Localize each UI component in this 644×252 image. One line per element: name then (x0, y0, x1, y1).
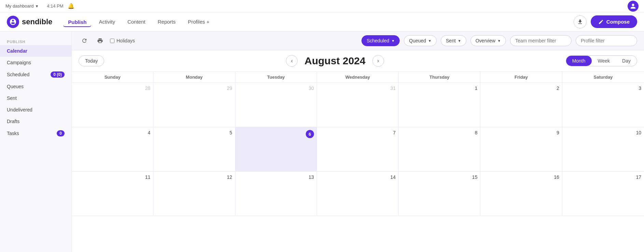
day-header-sunday: Sunday (72, 72, 153, 82)
overview-filter-label: Overview (476, 38, 495, 43)
tasks-badge: 0 (57, 130, 65, 136)
table-row[interactable]: 30 (235, 83, 317, 127)
table-row[interactable]: 9 (480, 127, 562, 172)
scheduled-filter-button[interactable]: Scheduled ▼ (361, 35, 400, 46)
sidebar-campaigns-label: Campaigns (7, 60, 31, 65)
team-member-filter-input[interactable] (510, 35, 572, 46)
holidays-checkbox-label[interactable]: Holidays (110, 38, 135, 43)
sidebar-item-drafts[interactable]: Drafts (0, 116, 71, 127)
sidebar-item-sent[interactable]: Sent (0, 92, 71, 104)
day-header-thursday: Thursday (399, 72, 480, 82)
nav-activity[interactable]: Activity (94, 16, 120, 27)
day-header-wednesday: Wednesday (317, 72, 399, 82)
sidebar-item-campaigns[interactable]: Campaigns (0, 57, 71, 68)
sidebar-item-queues[interactable]: Queues (0, 81, 71, 92)
table-row[interactable]: 6 (235, 127, 317, 172)
sent-chevron-icon: ▼ (458, 39, 461, 43)
sidebar-drafts-label: Drafts (7, 119, 19, 124)
scheduled-filter-label: Scheduled (367, 38, 389, 43)
time-display: 4:14 PM (47, 3, 63, 9)
sidebar: PUBLISH Calendar Campaigns Scheduled 0 (… (0, 31, 72, 252)
calendar-title: August 2024 (304, 55, 365, 67)
compose-button[interactable]: Compose (591, 15, 637, 28)
bell-icon[interactable]: 🔔 (68, 3, 74, 9)
sent-filter-button[interactable]: Sent ▼ (441, 35, 466, 46)
holidays-label: Holidays (117, 38, 135, 43)
queued-filter-label: Queued (409, 38, 426, 43)
day-header-tuesday: Tuesday (235, 72, 317, 82)
sidebar-scheduled-label: Scheduled (7, 72, 29, 77)
overview-chevron-icon: ▼ (497, 39, 501, 43)
sidebar-sent-label: Sent (7, 95, 17, 101)
table-row[interactable]: 7 (317, 127, 399, 172)
table-row[interactable]: 2 (480, 83, 562, 127)
user-avatar[interactable] (628, 1, 639, 12)
sidebar-queues-label: Queues (7, 84, 24, 89)
table-row[interactable]: 8 (399, 127, 480, 172)
sidebar-item-undelivered[interactable]: Undelivered (0, 104, 71, 116)
sidebar-item-calendar[interactable]: Calendar (0, 45, 71, 57)
table-row[interactable]: 16 (480, 172, 562, 216)
sidebar-item-tasks[interactable]: Tasks 0 (0, 127, 71, 140)
table-row[interactable]: 14 (317, 172, 399, 216)
table-row[interactable]: 12 (153, 172, 235, 216)
dashboard-label[interactable]: My dashboard (5, 3, 33, 9)
overview-filter-button[interactable]: Overview ▼ (470, 35, 506, 46)
day-headers: Sunday Monday Tuesday Wednesday Thursday… (72, 72, 644, 83)
table-row[interactable]: 28 (72, 83, 153, 127)
dropdown-arrow-icon: ▼ (35, 4, 39, 8)
view-selector: Month Week Day (566, 55, 637, 66)
next-month-button[interactable]: › (372, 55, 384, 67)
sidebar-section-label: PUBLISH (0, 37, 71, 45)
table-row[interactable]: 4 (72, 127, 153, 172)
table-row[interactable]: 29 (153, 83, 235, 127)
week-view-button[interactable]: Week (592, 56, 616, 66)
refresh-button[interactable] (79, 35, 90, 47)
table-row[interactable]: 31 (317, 83, 399, 127)
logo-text: sendible (22, 17, 52, 26)
nav-profiles[interactable]: Profiles + (183, 16, 214, 27)
queued-chevron-icon: ▼ (428, 39, 431, 43)
sidebar-undelivered-label: Undelivered (7, 107, 32, 112)
day-header-monday: Monday (153, 72, 235, 82)
scheduled-badge: 0 (0) (51, 71, 65, 78)
upload-button[interactable] (574, 15, 587, 28)
table-row[interactable]: 15 (399, 172, 480, 216)
table-row[interactable]: 3 (562, 83, 644, 127)
month-view-button[interactable]: Month (566, 56, 592, 66)
profile-filter-input[interactable] (576, 35, 637, 46)
scheduled-chevron-icon: ▼ (391, 39, 395, 43)
prev-month-button[interactable]: ‹ (286, 55, 298, 67)
table-row[interactable]: 1 (399, 83, 480, 127)
nav-reports[interactable]: Reports (153, 16, 180, 27)
sent-filter-label: Sent (446, 38, 456, 43)
holidays-checkbox[interactable] (110, 39, 114, 43)
table-row[interactable]: 17 (562, 172, 644, 216)
table-row[interactable]: 10 (562, 127, 644, 172)
logo[interactable]: sendible (7, 16, 52, 28)
sidebar-tasks-label: Tasks (7, 131, 19, 136)
table-row[interactable]: 11 (72, 172, 153, 216)
nav-content[interactable]: Content (123, 16, 150, 27)
print-button[interactable] (94, 35, 106, 47)
nav-publish[interactable]: Publish (63, 16, 91, 27)
today-button[interactable]: Today (79, 55, 104, 66)
calendar-grid: Sunday Monday Tuesday Wednesday Thursday… (72, 72, 644, 252)
main-nav: Publish Activity Content Reports Profile… (63, 16, 573, 27)
sidebar-item-scheduled[interactable]: Scheduled 0 (0) (0, 68, 71, 81)
sidebar-calendar-label: Calendar (7, 48, 27, 54)
day-header-friday: Friday (480, 72, 562, 82)
table-row[interactable]: 5 (153, 127, 235, 172)
day-view-button[interactable]: Day (616, 56, 637, 66)
compose-label: Compose (606, 19, 630, 25)
calendar-cells: 28 29 30 31 1 2 3 4 5 6 7 8 9 10 11 12 1… (72, 83, 644, 216)
queued-filter-button[interactable]: Queued ▼ (404, 35, 437, 46)
day-header-saturday: Saturday (562, 72, 644, 82)
table-row[interactable]: 13 (235, 172, 317, 216)
